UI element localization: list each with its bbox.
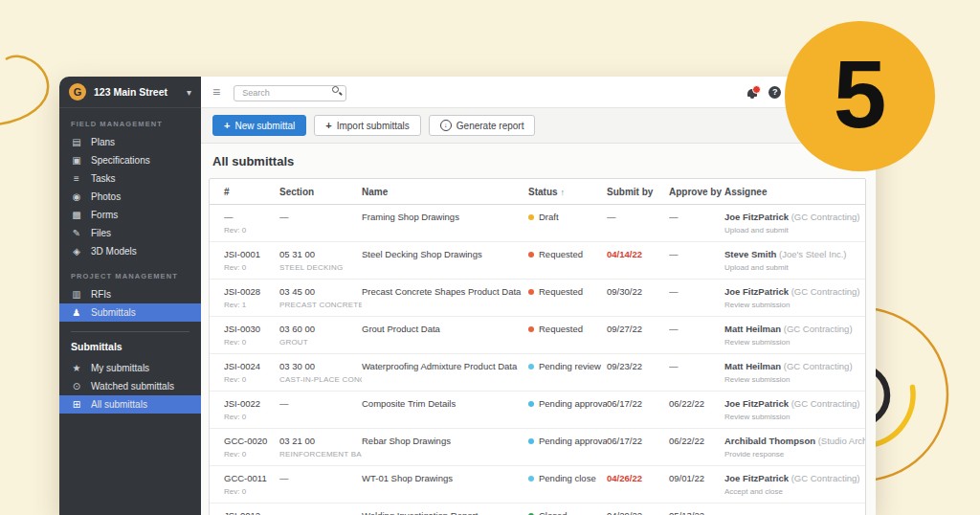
cell-submit-by: 09/23/22: [607, 361, 669, 371]
sidebar-item-rfis[interactable]: ▥ RFIs: [59, 285, 201, 303]
cell-status: Pending approval: [528, 398, 607, 409]
cell-status: Pending close: [528, 473, 607, 483]
cell-submit-by: —: [607, 212, 669, 222]
cell-assignee: Joe FitzPatrick (GC Contracting)Accept a…: [724, 473, 865, 496]
cell-approve-by: 06/22/22: [669, 436, 724, 446]
sidebar-item-watched-submittals[interactable]: ⊙ Watched submittals: [59, 377, 201, 395]
cell-submit-by: 09/27/22: [607, 324, 669, 334]
column-header-number[interactable]: #: [224, 187, 279, 197]
cell-assignee: Joe FitzPatrick (GC Contracting)Review s…: [724, 398, 865, 421]
cell-section: 03 45 00PRECAST CONCRETE S...: [279, 286, 362, 309]
cell-section: 05 31 00STEEL DECKING: [279, 249, 362, 272]
cell-number: JSI-0028Rev: 1: [224, 286, 279, 309]
cell-approve-by: 06/22/22: [669, 398, 724, 409]
cell-approve-by: —: [669, 249, 724, 259]
table-row[interactable]: JSI-0012Rev: 0 — Welding Investigation R…: [210, 504, 865, 515]
column-header-assignee[interactable]: Assignee: [724, 187, 865, 197]
sidebar-item-my-submittals[interactable]: ★ My submittals: [59, 359, 201, 377]
cell-number: JSI-0030Rev: 0: [224, 324, 279, 347]
sidebar-item-files[interactable]: ✎ Files: [59, 224, 201, 242]
submittals-icon: ♟: [71, 307, 82, 318]
cell-approve-by: 05/13/22: [669, 510, 724, 515]
table-row[interactable]: JSI-0030Rev: 0 03 60 00GROUT Grout Produ…: [210, 317, 865, 354]
project-name: 123 Main Street: [94, 86, 187, 98]
search-box: [234, 82, 346, 101]
company-logo: G: [69, 83, 86, 101]
sidebar-item-label: Forms: [91, 210, 118, 220]
cell-assignee: Joe FitzPatrick (GC Contracting)Review s…: [724, 286, 865, 309]
sidebar-item-specifications[interactable]: ▣ Specifications: [59, 151, 201, 169]
search-input[interactable]: [234, 85, 346, 101]
column-header-approve-by[interactable]: Approve by: [669, 187, 724, 197]
status-dot: [528, 364, 534, 369]
column-header-section[interactable]: Section: [279, 187, 362, 197]
import-submittals-button[interactable]: + Import submittals: [314, 115, 421, 136]
cell-section: —: [279, 473, 362, 487]
sidebar-item-label: Plans: [91, 137, 115, 147]
cell-section: —: [279, 398, 362, 413]
cell-submit-by: 06/17/22: [607, 398, 669, 409]
sidebar-item-submittals[interactable]: ♟ Submittals: [59, 303, 201, 322]
cell-approve-by: —: [669, 286, 724, 297]
main-area: ≡ ? Enterprise ABC Con: [201, 77, 876, 515]
section-label-project-management: PROJECT MANAGEMENT: [59, 260, 201, 285]
generate-report-button[interactable]: ↓ Generate report: [429, 115, 536, 136]
table-row[interactable]: JSI-0001Rev: 0 05 31 00STEEL DECKING Ste…: [210, 242, 865, 280]
cell-status: Pending approval: [528, 436, 607, 446]
table-row[interactable]: JSI-0022Rev: 0 — Composite Trim Details …: [210, 392, 865, 429]
sidebar-item-plans[interactable]: ▤ Plans: [59, 133, 201, 151]
cell-submit-by: 09/30/22: [607, 286, 669, 297]
cell-status: Requested: [528, 286, 607, 297]
column-header-name[interactable]: Name: [362, 187, 528, 197]
sidebar-item-label: Submittals: [91, 307, 136, 318]
sidebar-item-3d-models[interactable]: ◈ 3D Models: [59, 242, 201, 260]
cell-status: Requested: [528, 324, 607, 334]
status-dot: [528, 252, 534, 258]
sidebar-item-photos[interactable]: ◉ Photos: [59, 188, 201, 206]
sidebar-item-label: All submittals: [91, 399, 147, 410]
submittals-subheader: Submittals: [59, 338, 201, 359]
cell-section: 03 60 00GROUT: [279, 324, 362, 347]
page-title: All submittals: [212, 154, 866, 168]
status-dot: [528, 214, 534, 220]
sidebar-divider: [71, 331, 189, 332]
sidebar-item-label: 3D Models: [91, 246, 137, 257]
table-row[interactable]: JSI-0028Rev: 1 03 45 00PRECAST CONCRETE …: [210, 280, 865, 317]
table-row[interactable]: GCC-0020Rev: 0 03 21 00REINFORCEMENT BAR…: [210, 429, 865, 466]
sort-arrow-icon: ↑: [561, 188, 566, 197]
table-row[interactable]: —Rev: 0 — Framing Shop Drawings Draft — …: [210, 205, 865, 242]
column-header-status[interactable]: Status↑: [528, 187, 607, 197]
cell-assignee: Steve Smith (Joe's Steel Inc.)Upload and…: [724, 249, 865, 272]
new-submittal-button[interactable]: + New submittal: [212, 115, 306, 136]
sidebar-item-tasks[interactable]: ≡ Tasks: [59, 169, 201, 188]
cell-name: Rebar Shop Drawings: [362, 436, 528, 446]
import-submittals-label: Import submittals: [337, 121, 410, 131]
sidebar-item-forms[interactable]: ▩ Forms: [59, 206, 201, 224]
chevron-down-icon[interactable]: ▾: [187, 87, 191, 98]
search-icon[interactable]: [332, 86, 342, 96]
project-switcher[interactable]: G 123 Main Street ▾: [59, 77, 201, 108]
step-number-badge: 5: [785, 21, 935, 171]
submittals-table: # Section Name Status↑ Submit by Approve…: [209, 178, 866, 515]
cell-name: Composite Trim Details: [362, 398, 528, 409]
column-header-submit-by[interactable]: Submit by: [607, 187, 669, 197]
cell-assignee: Matt Heilman (GC Contracting)Review subm…: [724, 324, 865, 347]
toolbar: + New submittal + Import submittals ↓ Ge…: [201, 108, 876, 144]
sidebar-item-all-submittals[interactable]: ⊞ All submittals: [59, 395, 201, 414]
cell-name: Grout Product Data: [362, 324, 528, 334]
notifications-button[interactable]: [747, 87, 759, 98]
hamburger-menu-icon[interactable]: ≡: [212, 85, 220, 99]
app-window: G 123 Main Street ▾ FIELD MANAGEMENT ▤ P…: [59, 77, 876, 515]
cell-approve-by: 09/01/22: [669, 473, 724, 483]
cell-status: Requested: [528, 249, 607, 259]
specifications-icon: ▣: [71, 155, 82, 166]
cell-section: —: [279, 510, 362, 515]
sidebar-item-label: My submittals: [91, 363, 149, 373]
cell-section: 03 21 00REINFORCEMENT BARS: [279, 436, 362, 459]
table-row[interactable]: JSI-0024Rev: 0 03 30 00CAST-IN-PLACE CON…: [210, 354, 865, 392]
table-row[interactable]: GCC-0011Rev: 0 — WT-01 Shop Drawings Pen…: [210, 466, 865, 504]
help-button[interactable]: ?: [768, 86, 781, 99]
cell-name: WT-01 Shop Drawings: [362, 473, 528, 483]
cell-assignee: Archibald Thompson (Studio Archite...Pro…: [724, 436, 865, 459]
sidebar-item-label: Tasks: [91, 173, 116, 184]
